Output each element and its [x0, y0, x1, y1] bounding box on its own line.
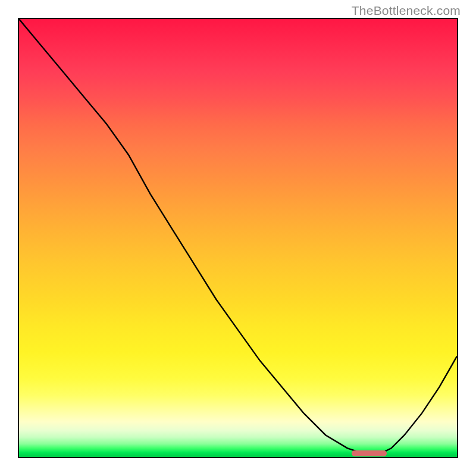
bottleneck-curve: [19, 19, 457, 457]
plot-area: [18, 18, 458, 458]
watermark-text: TheBottleneck.com: [352, 4, 461, 18]
chart-container: TheBottleneck.com: [0, 0, 476, 476]
optimal-range-marker: [352, 450, 387, 456]
